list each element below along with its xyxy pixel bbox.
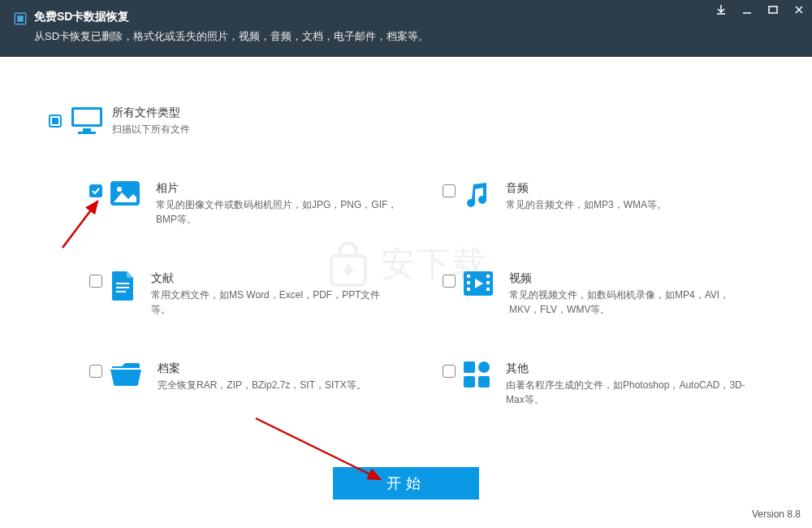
- video-desc: 常见的视频文件，如数码相机录像，如MP4，AVI，MKV，FLV，WMV等。: [509, 288, 753, 317]
- type-audio: 音频 常见的音频文件，如MP3，WMA等。: [443, 181, 763, 227]
- main-content: 所有文件类型 扫描以下所有文件 相片 常见的图像文件或数码相机照片，如JPG，P…: [0, 57, 812, 407]
- archive-title: 档案: [158, 361, 366, 376]
- titlebar-texts: 免费SD卡数据恢复 从SD卡恢复已删除，格式化或丢失的照片，视频，音频，文档，电…: [34, 10, 429, 44]
- svg-rect-16: [467, 288, 470, 291]
- svg-rect-12: [116, 291, 126, 292]
- svg-point-21: [478, 361, 490, 373]
- svg-rect-20: [464, 361, 475, 373]
- grid-icon: [464, 361, 490, 387]
- type-archive: 档案 完全恢复RAR，ZIP，BZip2,7z，SIT，SITX等。: [89, 361, 410, 407]
- music-icon: [464, 181, 490, 209]
- all-types-row: 所有文件类型 扫描以下所有文件: [49, 106, 763, 136]
- download-button[interactable]: [708, 0, 734, 19]
- photo-desc: 常见的图像文件或数码相机照片，如JPG，PNG，GIF，BMP等。: [156, 197, 400, 227]
- svg-rect-11: [116, 287, 129, 288]
- archive-desc: 完全恢复RAR，ZIP，BZip2,7z，SIT，SITX等。: [158, 378, 366, 392]
- audio-title: 音频: [506, 181, 667, 196]
- svg-rect-19: [486, 288, 490, 291]
- svg-rect-23: [478, 376, 490, 387]
- svg-rect-14: [467, 275, 470, 278]
- svg-rect-1: [17, 15, 24, 22]
- audio-checkbox[interactable]: [443, 184, 456, 197]
- type-photo: 相片 常见的图像文件或数码相机照片，如JPG，PNG，GIF，BMP等。: [89, 181, 410, 227]
- video-checkbox[interactable]: [443, 275, 456, 288]
- svg-rect-10: [116, 283, 129, 284]
- window-controls: [708, 0, 812, 19]
- other-checkbox[interactable]: [443, 365, 456, 378]
- file-types-grid: 相片 常见的图像文件或数码相机照片，如JPG，PNG，GIF，BMP等。 音频 …: [49, 181, 763, 407]
- app-title: 免费SD卡数据恢复: [34, 10, 429, 24]
- svg-rect-22: [464, 376, 475, 387]
- svg-point-9: [117, 187, 122, 192]
- all-types-checkbox[interactable]: [49, 115, 62, 128]
- folder-icon: [110, 361, 141, 386]
- maximize-button[interactable]: [760, 0, 786, 19]
- audio-desc: 常见的音频文件，如MP3，WMA等。: [506, 197, 667, 212]
- titlebar: 免费SD卡数据恢复 从SD卡恢复已删除，格式化或丢失的照片，视频，音频，文档，电…: [0, 0, 812, 57]
- svg-rect-6: [83, 128, 91, 132]
- close-button[interactable]: [786, 0, 812, 19]
- app-subtitle: 从SD卡恢复已删除，格式化或丢失的照片，视频，音频，文档，电子邮件，档案等。: [34, 29, 429, 44]
- monitor-icon: [70, 106, 104, 136]
- svg-rect-17: [486, 275, 490, 278]
- document-title: 文献: [151, 271, 395, 286]
- video-title: 视频: [509, 271, 753, 286]
- type-document: 文献 常用文档文件，如MS Word，Excel，PDF，PPT文件等。: [89, 271, 410, 317]
- photo-title: 相片: [156, 181, 400, 196]
- all-types-desc: 扫描以下所有文件: [112, 122, 190, 136]
- start-button[interactable]: 开始: [333, 467, 479, 500]
- other-desc: 由著名程序生成的文件，如Photoshop，AutoCAD，3D-Max等。: [506, 378, 749, 407]
- document-desc: 常用文档文件，如MS Word，Excel，PDF，PPT文件等。: [151, 288, 395, 317]
- svg-rect-5: [74, 110, 100, 124]
- app-icon: [13, 11, 28, 26]
- start-button-label: 开始: [387, 474, 425, 493]
- document-icon: [110, 271, 135, 301]
- type-other: 其他 由著名程序生成的文件，如Photoshop，AutoCAD，3D-Max等…: [443, 361, 763, 407]
- svg-rect-15: [467, 281, 470, 284]
- svg-rect-18: [486, 281, 490, 284]
- film-icon: [464, 271, 493, 296]
- document-checkbox[interactable]: [89, 275, 102, 288]
- svg-rect-7: [78, 132, 96, 134]
- version-label: Version 8.8: [752, 509, 801, 520]
- svg-rect-3: [769, 6, 777, 13]
- photo-checkbox[interactable]: [89, 184, 102, 197]
- all-types-title: 所有文件类型: [112, 106, 190, 120]
- archive-checkbox[interactable]: [89, 365, 102, 378]
- photo-icon: [110, 181, 140, 206]
- minimize-button[interactable]: [734, 0, 760, 19]
- other-title: 其他: [506, 361, 749, 376]
- type-video: 视频 常见的视频文件，如数码相机录像，如MP4，AVI，MKV，FLV，WMV等…: [443, 271, 763, 317]
